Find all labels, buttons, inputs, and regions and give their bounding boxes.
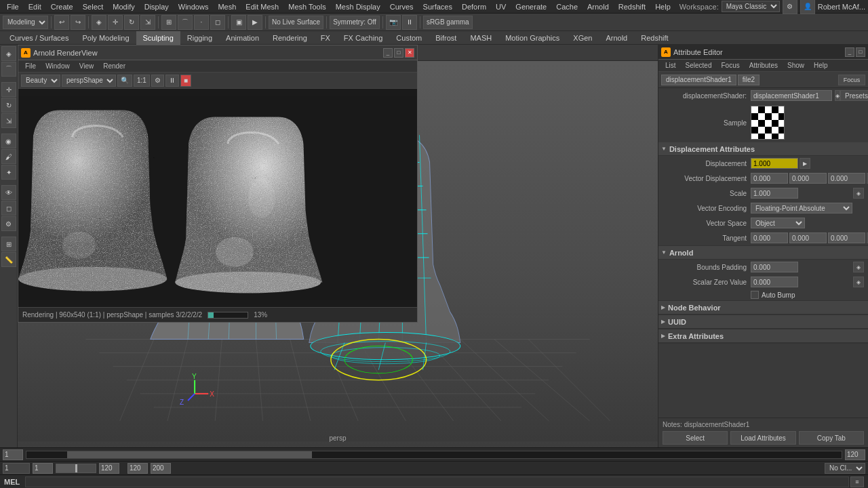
mode-select[interactable]: Modeling <box>3 16 48 29</box>
tab-rendering[interactable]: Rendering <box>266 31 314 45</box>
menu-edit[interactable]: Edit <box>24 1 45 12</box>
menu-help[interactable]: Help <box>651 1 675 12</box>
ae-scalar-zero-input[interactable] <box>751 277 798 287</box>
ae-shader-input[interactable] <box>751 90 832 101</box>
menu-redshift[interactable]: Redshift <box>614 1 650 12</box>
tab-mash[interactable]: MASH <box>463 31 498 45</box>
rotate-tool-btn[interactable]: ↻ <box>124 15 139 30</box>
select-tool-btn[interactable]: ◈ <box>92 15 106 30</box>
tab-custom[interactable]: Custom <box>389 31 429 45</box>
ae-tangent-z[interactable] <box>828 232 865 243</box>
ae-vector-encoding-select[interactable]: Floating-Point Absolute <box>751 203 852 214</box>
gamma-btn[interactable]: sRGB gamma <box>423 16 473 29</box>
playback-btn[interactable]: ⏸ <box>402 15 417 30</box>
ae-menu-focus[interactable]: Focus <box>717 61 743 70</box>
menu-mesh-display[interactable]: Mesh Display <box>332 1 384 12</box>
ae-vd-x[interactable] <box>751 173 788 184</box>
object-btn[interactable]: ◻ <box>1 201 16 216</box>
render-camera-select[interactable]: perspShape <box>62 75 116 87</box>
ae-scale-connect[interactable]: ◈ <box>853 188 864 199</box>
ae-copy-tab-btn[interactable]: Copy Tab <box>799 431 864 445</box>
timeline-end[interactable] <box>845 449 865 460</box>
snap-surface-btn[interactable]: ◻ <box>210 15 225 30</box>
timeline-start[interactable] <box>3 449 23 460</box>
timeline-scroll[interactable] <box>26 451 842 459</box>
symmetry-btn[interactable]: Symmetry: Off <box>330 16 380 29</box>
ae-scalar-connect[interactable]: ◈ <box>853 277 864 287</box>
tab-fx[interactable]: FX <box>314 31 337 45</box>
move-tool-btn[interactable]: ✛ <box>108 15 123 30</box>
redo-btn[interactable]: ↪ <box>71 15 85 30</box>
render-menu-file[interactable]: File <box>21 62 40 70</box>
menu-uv[interactable]: UV <box>492 1 510 12</box>
menu-mesh-tools[interactable]: Mesh Tools <box>284 1 330 12</box>
ae-connect-btn[interactable]: ◈ <box>835 90 840 101</box>
undo-btn[interactable]: ↩ <box>54 15 69 30</box>
snap-grid-btn[interactable]: ⊞ <box>161 15 176 30</box>
menu-create[interactable]: Create <box>47 1 77 12</box>
tab-poly-modeling[interactable]: Poly Modeling <box>75 31 136 45</box>
scale-btn[interactable]: ⇲ <box>1 113 16 128</box>
tab-sculpting[interactable]: Sculpting <box>136 31 180 45</box>
ae-tangent-y[interactable] <box>789 232 827 243</box>
menu-select[interactable]: Select <box>79 1 108 12</box>
render-pause-btn[interactable]: ⏸ <box>165 75 179 87</box>
menu-surfaces[interactable]: Surfaces <box>419 1 456 12</box>
menu-cache[interactable]: Cache <box>552 1 582 12</box>
ae-tangent-x[interactable] <box>751 232 788 243</box>
render-menu-render[interactable]: Render <box>99 62 130 70</box>
menu-edit-mesh[interactable]: Edit Mesh <box>241 1 283 12</box>
render-zoom-btn[interactable]: 🔍 <box>117 75 132 87</box>
bb-mode-select[interactable]: No Cl... <box>825 463 865 474</box>
show-hide-btn[interactable]: 👁 <box>1 185 16 200</box>
ae-vd-y[interactable] <box>789 173 827 184</box>
tab-arnold[interactable]: Arnold <box>599 31 634 45</box>
ae-section-header-extra-attributes[interactable]: ▶ Extra Attributes <box>658 329 868 343</box>
ae-displacement-input[interactable] <box>751 158 798 169</box>
bb-frame-current[interactable] <box>3 463 30 474</box>
status-options-btn[interactable]: ≡ <box>850 476 864 487</box>
menu-file[interactable]: File <box>3 1 23 12</box>
bb-end-range[interactable] <box>99 463 119 474</box>
tab-xgen[interactable]: XGen <box>566 31 599 45</box>
maximize-btn[interactable]: □ <box>394 48 403 58</box>
ae-section-header-uuid[interactable]: ▶ UUID <box>658 315 868 329</box>
shader-tab-file2[interactable]: file2 <box>738 75 760 85</box>
ae-menu-list[interactable]: List <box>661 61 680 70</box>
ae-scale-input[interactable] <box>751 188 798 199</box>
paint-btn[interactable]: 🖌 <box>1 149 16 164</box>
render-region-btn[interactable]: ▣ <box>231 15 246 30</box>
ae-menu-selected[interactable]: Selected <box>682 61 716 70</box>
move-btn[interactable]: ✛ <box>1 82 16 97</box>
tab-motion-graphics[interactable]: Motion Graphics <box>498 31 566 45</box>
tab-bifrost[interactable]: Bifrost <box>429 31 463 45</box>
status-input[interactable] <box>25 476 849 487</box>
render-ratio-btn[interactable]: 1:1 <box>134 75 150 87</box>
menu-modify[interactable]: Modify <box>108 1 138 12</box>
rotate-btn[interactable]: ↻ <box>1 98 16 113</box>
ae-section-header-node-behavior[interactable]: ▶ Node Behavior <box>658 301 868 314</box>
sculpt-btn[interactable]: ✦ <box>1 165 16 180</box>
ae-menu-attributes[interactable]: Attributes <box>745 61 782 70</box>
ae-minimize-btn[interactable]: _ <box>845 47 854 57</box>
ae-section-header-displacement[interactable]: ▼ Displacement Attributes <box>658 142 868 156</box>
render-menu-window[interactable]: Window <box>41 62 74 70</box>
no-live-btn[interactable]: No Live Surface <box>269 16 323 29</box>
menu-mesh[interactable]: Mesh <box>214 1 240 12</box>
ae-vector-space-select[interactable]: Object <box>751 218 805 228</box>
workspace-icon[interactable]: ⚙ <box>783 0 797 14</box>
lasso-btn[interactable]: ⌒ <box>1 62 16 77</box>
menu-windows[interactable]: Windows <box>174 1 213 12</box>
menu-display[interactable]: Display <box>140 1 173 12</box>
scale-tool-btn[interactable]: ⇲ <box>140 15 155 30</box>
bb-max-frame[interactable] <box>151 463 171 474</box>
ae-vd-z[interactable] <box>828 173 865 184</box>
snap-curve-btn[interactable]: ⌒ <box>178 15 193 30</box>
settings-btn[interactable]: ⚙ <box>1 216 16 231</box>
menu-generate[interactable]: Generate <box>511 1 551 12</box>
ae-select-btn[interactable]: Select <box>663 431 728 445</box>
ae-bounds-connect[interactable]: ◈ <box>853 262 864 272</box>
measure-btn[interactable]: 📏 <box>1 252 16 267</box>
ae-sample-swatch[interactable] <box>751 106 785 140</box>
menu-deform[interactable]: Deform <box>458 1 490 12</box>
